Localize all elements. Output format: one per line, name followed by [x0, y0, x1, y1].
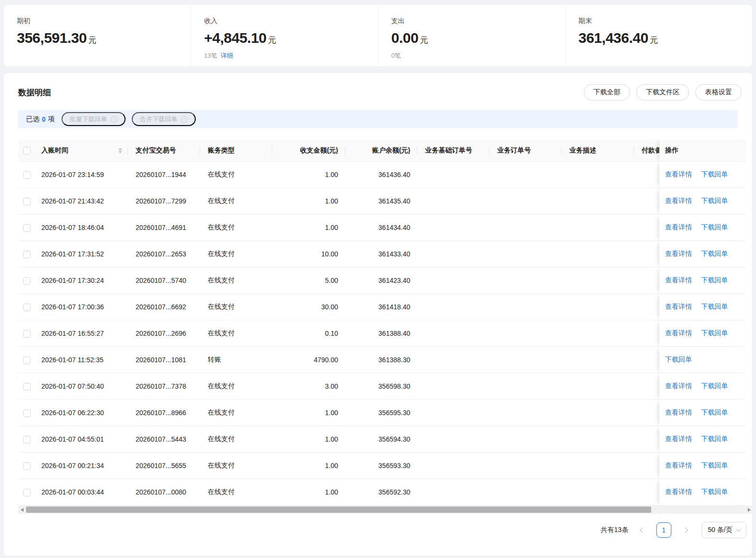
- cell-amount: 30.00: [272, 294, 345, 320]
- cell-amount: 5.00: [272, 267, 345, 294]
- cell-description: [562, 267, 634, 294]
- cell-balance: 356595.30: [345, 400, 417, 426]
- page-size-select[interactable]: 50 条/页: [702, 522, 746, 538]
- cell-account-type: 在线支付: [200, 162, 272, 188]
- download-receipt-link[interactable]: 下载回单: [701, 329, 728, 337]
- col-header-time[interactable]: 入账时间: [37, 140, 128, 162]
- download-file-area-button[interactable]: 下载文件区: [636, 84, 689, 101]
- view-detail-link[interactable]: 查看详情: [665, 250, 692, 257]
- view-detail-link[interactable]: 查看详情: [665, 382, 692, 390]
- cell-transaction-id: 20260107...6692: [128, 294, 200, 320]
- view-detail-link[interactable]: 查看详情: [665, 488, 692, 495]
- table-settings-button[interactable]: 表格设置: [695, 84, 742, 101]
- view-detail-link[interactable]: 查看详情: [665, 461, 692, 469]
- horizontal-scrollbar[interactable]: [18, 506, 753, 514]
- cell-time: 2026-01-07 17:00:36: [37, 294, 128, 320]
- cell-transaction-id: 20260107...7299: [128, 188, 200, 215]
- download-receipt-link[interactable]: 下载回单: [701, 170, 728, 178]
- cell-description: [562, 400, 634, 426]
- col-header-actions: 操作: [659, 140, 745, 162]
- scroll-right-icon[interactable]: [748, 508, 751, 512]
- cell-account-type: 在线支付: [200, 373, 272, 400]
- stat-subline: 0笔: [391, 51, 565, 60]
- cell-description: [562, 215, 634, 241]
- summary-card: 期初 356,591.30元 收入 +4,845.10元 13笔详细 支出 0.…: [4, 5, 752, 66]
- stat-value: 0.00元: [391, 30, 565, 46]
- cell-account-type: 在线支付: [200, 426, 272, 453]
- view-detail-link[interactable]: 查看详情: [665, 276, 692, 284]
- scroll-left-icon[interactable]: [21, 508, 24, 512]
- cell-time: 2026-01-07 11:52:35: [37, 347, 128, 373]
- page-number-button[interactable]: 1: [656, 522, 671, 538]
- scrollbar-thumb[interactable]: [26, 507, 651, 513]
- cell-balance: 361388.30: [345, 347, 417, 373]
- view-detail-link[interactable]: 查看详情: [665, 435, 692, 443]
- row-checkbox[interactable]: [23, 171, 31, 179]
- row-checkbox[interactable]: [23, 251, 31, 258]
- merge-download-label: 合并下载回单: [140, 115, 177, 124]
- table-row: 2026-01-07 23:14:5920260107...1944在线支付1.…: [18, 162, 745, 188]
- row-checkbox[interactable]: [23, 462, 31, 470]
- stat-label: 期末: [579, 17, 752, 25]
- download-receipt-link[interactable]: 下载回单: [701, 408, 728, 416]
- download-all-button[interactable]: 下载全部: [584, 84, 630, 101]
- total-count-label: 共有13条: [601, 526, 629, 534]
- download-receipt-link[interactable]: 下载回单: [701, 488, 728, 495]
- view-detail-link[interactable]: 查看详情: [665, 223, 692, 231]
- table-header-row: 入账时间 支付宝交易号 账务类型 收支金额(元) 账户余额(元) 业务基础订单号…: [18, 140, 745, 162]
- batch-download-button[interactable]: 批量下载回单 i: [62, 112, 126, 126]
- view-detail-link[interactable]: 查看详情: [665, 329, 692, 337]
- table-row: 2026-01-07 00:03:4420260107...0080在线支付1.…: [18, 479, 745, 506]
- stat-unit: 元: [650, 36, 658, 45]
- cell-time: 2026-01-07 18:46:04: [37, 215, 128, 241]
- cell-account-type: 转账: [200, 347, 272, 373]
- cell-actions: 查看详情下载回单: [659, 188, 745, 215]
- col-header-balance: 账户余额(元): [345, 140, 417, 162]
- row-checkbox[interactable]: [23, 356, 31, 364]
- row-checkbox[interactable]: [23, 224, 31, 232]
- col-header-order: 业务订单号: [490, 140, 562, 162]
- merge-download-button[interactable]: 合并下载回单 i: [132, 112, 196, 126]
- view-detail-link[interactable]: 查看详情: [665, 303, 692, 310]
- sort-icon[interactable]: [118, 148, 122, 153]
- row-checkbox[interactable]: [23, 409, 31, 417]
- download-receipt-link[interactable]: 下载回单: [701, 303, 728, 310]
- row-checkbox[interactable]: [23, 383, 31, 391]
- cell-balance: 361434.40: [345, 215, 417, 241]
- download-receipt-link[interactable]: 下载回单: [701, 223, 728, 231]
- download-receipt-link[interactable]: 下载回单: [665, 355, 692, 363]
- row-checkbox[interactable]: [23, 436, 31, 444]
- row-checkbox[interactable]: [23, 304, 31, 311]
- row-checkbox[interactable]: [23, 198, 31, 205]
- cell-order: [490, 373, 562, 400]
- stat-income: 收入 +4,845.10元 13笔详细: [190, 5, 378, 66]
- cell-base-order: [417, 400, 490, 426]
- row-checkbox[interactable]: [23, 277, 31, 285]
- download-receipt-link[interactable]: 下载回单: [701, 276, 728, 284]
- cell-order: [490, 294, 562, 320]
- cell-balance: 361435.40: [345, 188, 417, 215]
- cell-transaction-id: 20260107...5443: [128, 426, 200, 453]
- select-all-checkbox[interactable]: [23, 147, 31, 154]
- page-size-label: 50 条/页: [708, 526, 732, 534]
- download-receipt-link[interactable]: 下载回单: [701, 250, 728, 257]
- stat-label: 收入: [204, 17, 378, 25]
- row-checkbox[interactable]: [23, 330, 31, 338]
- download-receipt-link[interactable]: 下载回单: [701, 461, 728, 469]
- cell-account-type: 在线支付: [200, 400, 272, 426]
- prev-page-button[interactable]: [641, 528, 644, 532]
- view-detail-link[interactable]: 查看详情: [665, 170, 692, 178]
- cell-base-order: [417, 426, 490, 453]
- cell-actions: 查看详情下载回单: [659, 215, 745, 241]
- view-detail-link[interactable]: 查看详情: [665, 197, 692, 204]
- stat-unit: 元: [268, 36, 276, 45]
- download-receipt-link[interactable]: 下载回单: [701, 435, 728, 443]
- download-receipt-link[interactable]: 下载回单: [701, 382, 728, 390]
- income-detail-link[interactable]: 详细: [221, 52, 233, 59]
- row-checkbox[interactable]: [23, 489, 31, 496]
- download-receipt-link[interactable]: 下载回单: [701, 197, 728, 204]
- next-page-button[interactable]: [683, 528, 687, 532]
- view-detail-link[interactable]: 查看详情: [665, 408, 692, 416]
- cell-base-order: [417, 373, 490, 400]
- cell-balance: 356594.30: [345, 426, 417, 453]
